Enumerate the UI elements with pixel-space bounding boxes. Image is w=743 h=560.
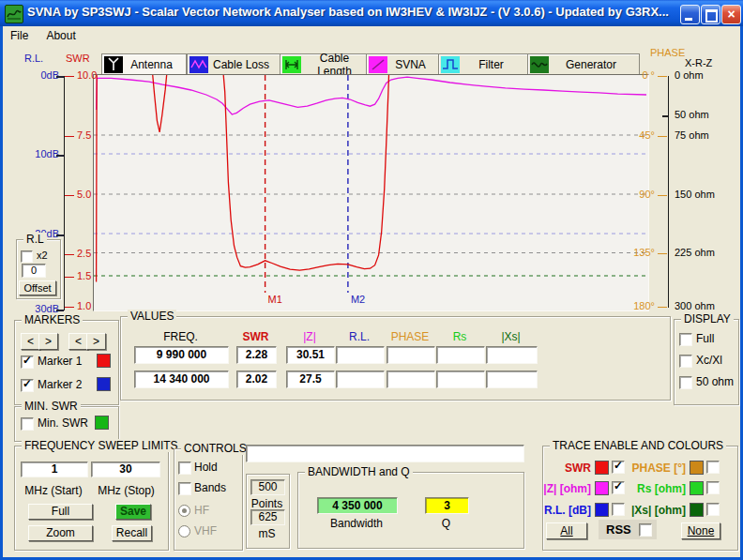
swr-value-m1: 2.28 <box>236 346 277 364</box>
save-button[interactable]: Save <box>115 504 151 520</box>
bandwidth-label: Bandwidth <box>317 517 396 530</box>
full-display-checkbox[interactable] <box>679 333 692 346</box>
none-traces-button[interactable]: None <box>681 522 720 539</box>
maximize-icon[interactable] <box>701 5 720 24</box>
z-value-m2: 27.5 <box>286 371 335 388</box>
freq-value-m2[interactable]: 14 340 000 <box>134 371 229 388</box>
values-title: VALUES <box>128 310 176 323</box>
antenna-icon <box>104 56 123 73</box>
marker1-left-button[interactable]: < <box>21 333 40 350</box>
hf-radio[interactable] <box>178 505 190 517</box>
swr-tick-mark <box>65 136 74 137</box>
rs-value-m1 <box>436 346 485 364</box>
marker1-right-button[interactable]: > <box>38 333 58 350</box>
sweep-limits-title: FREQUENCY SWEEP LIMITS <box>22 439 181 452</box>
menubar: File About <box>3 26 740 46</box>
trace-rs-checkbox[interactable] <box>706 481 720 494</box>
trace-phase-checkbox[interactable] <box>706 461 720 474</box>
generator-icon <box>530 56 549 73</box>
points-label: Points <box>246 497 288 510</box>
swr-axis-title: SWR <box>66 53 90 64</box>
trace-swr <box>97 75 390 281</box>
phase-axis-title: PHASE <box>650 47 685 58</box>
fifty-ohm-checkbox[interactable] <box>679 376 692 389</box>
marker-label-m1: M1 <box>268 294 282 305</box>
rl-value-m1 <box>336 346 385 364</box>
swr-tick-mark <box>65 254 74 255</box>
app-window: SVNA by SP3SWJ - Scalar Vector Network A… <box>0 0 743 560</box>
tab-filter[interactable]: Filter <box>438 53 529 76</box>
rl-axis-title: R.L. <box>24 53 43 64</box>
trace-swr-swatch <box>595 461 609 475</box>
xrz-tick-mark <box>662 115 668 117</box>
col-header-freq: FREQ. <box>134 330 227 343</box>
minimize-icon[interactable] <box>680 5 700 24</box>
phase-tick-label: 45° <box>615 129 655 141</box>
phase-value-m1 <box>387 346 435 364</box>
xrz-tick-label: 225 ohm <box>675 247 715 258</box>
swr-tick-label: 7.5 <box>77 129 91 141</box>
q-label: Q <box>425 517 467 530</box>
app-icon <box>5 5 23 23</box>
phase-tick-label: 90° <box>615 189 655 200</box>
z-value-m1: 30.51 <box>286 346 335 364</box>
message-field[interactable] <box>246 445 524 462</box>
tab-antenna[interactable]: Antenna <box>101 53 187 76</box>
xrz-tick-label: 300 ohm <box>675 300 715 311</box>
hold-label: Hold <box>194 461 218 474</box>
min-swr-label: Min. SWR <box>38 416 88 430</box>
rl-tick-mark <box>56 155 64 157</box>
swr-tick-mark <box>65 307 74 308</box>
min-swr-checkbox[interactable] <box>21 417 34 431</box>
start-freq-input[interactable]: 1 <box>21 462 88 477</box>
tab-cable-length[interactable]: Cable Length <box>280 53 374 76</box>
full-sweep-button[interactable]: Full <box>28 504 93 520</box>
rss-checkbox[interactable] <box>639 523 652 537</box>
marker1-checkbox[interactable] <box>21 356 34 369</box>
freq-value-m1[interactable]: 9 990 000 <box>134 346 229 364</box>
marker1-label: Marker 1 <box>38 355 82 368</box>
display-title: DISPLAY <box>681 312 734 325</box>
xcxl-checkbox[interactable] <box>679 355 692 368</box>
window-title: SVNA by SP3SWJ - Scalar Vector Network A… <box>27 5 675 19</box>
phase-tick-mark <box>658 195 667 196</box>
offset-button[interactable]: Offset <box>19 280 56 295</box>
vhf-radio[interactable] <box>178 525 190 537</box>
xrz-tick-label: 150 ohm <box>675 189 715 200</box>
titlebar[interactable]: SVNA by SP3SWJ - Scalar Vector Network A… <box>0 0 743 26</box>
swr-tick-label: 5.0 <box>77 189 91 200</box>
all-traces-button[interactable]: All <box>546 522 587 539</box>
x2-checkbox[interactable] <box>21 250 33 263</box>
stop-freq-input[interactable]: 30 <box>91 462 160 477</box>
tab-svna[interactable]: SVNA <box>366 53 440 76</box>
zoom-button[interactable]: Zoom <box>28 525 93 541</box>
marker-label-m2: M2 <box>351 294 365 305</box>
xs-value-m2 <box>486 371 538 388</box>
menu-file[interactable]: File <box>3 26 36 42</box>
tab-cable-loss[interactable]: Cable Loss <box>187 53 281 76</box>
hold-checkbox[interactable] <box>178 462 191 475</box>
marker2-checkbox[interactable] <box>21 379 34 392</box>
rl-offset-value[interactable]: 0 <box>22 264 46 278</box>
marker2-right-button[interactable]: > <box>86 333 106 350</box>
marker2-color-swatch <box>97 377 111 391</box>
xrz-tick-label: 0 ohm <box>675 69 704 81</box>
rl-offset-title: R.L <box>23 233 47 246</box>
trace-xs-checkbox[interactable] <box>706 503 720 516</box>
rl-value-m2 <box>336 371 385 388</box>
close-icon[interactable]: × <box>721 5 741 24</box>
xrz-tick-label: 50 ohm <box>675 109 709 120</box>
xrz-axis-title: X-R-Z <box>685 57 712 68</box>
menu-about[interactable]: About <box>38 26 83 42</box>
rs-value-m2 <box>436 371 485 388</box>
col-header-z: |Z| <box>286 330 333 343</box>
bands-checkbox[interactable] <box>178 482 191 495</box>
swr-value-m2: 2.02 <box>236 371 277 388</box>
col-header-phase: PHASE <box>387 330 433 343</box>
ms-value: 625 <box>250 509 285 525</box>
marker2-left-button[interactable]: < <box>68 333 88 350</box>
swr-tick-label: 10.0 <box>77 69 97 81</box>
recall-button[interactable]: Recall <box>112 525 152 541</box>
trace-phase-swatch <box>690 461 704 475</box>
col-header-swr: SWR <box>236 330 275 343</box>
